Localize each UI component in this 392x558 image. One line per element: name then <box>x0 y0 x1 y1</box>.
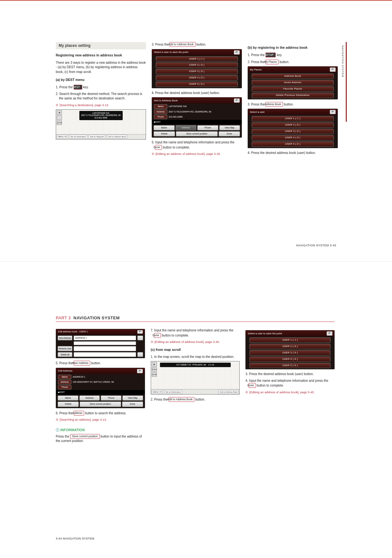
map-btn-waypoint[interactable]: Add as Waypoint <box>89 135 105 139</box>
key-done[interactable]: Done <box>249 383 256 388</box>
device-select-user-b: Select a user↶ USER 1 ( 1 ) USER 2 ( 0 )… <box>248 109 338 148</box>
map-btn-setdest[interactable]: Set as Destination <box>164 390 182 394</box>
key-done[interactable]: Done <box>154 333 161 338</box>
user-row[interactable]: USER 4 ( 0 ) <box>252 135 334 141</box>
btn-store[interactable]: Store current position <box>176 131 218 136</box>
btn-done[interactable]: Done <box>219 131 240 136</box>
key-store-current[interactable]: Store current position <box>70 434 100 439</box>
user-row[interactable]: USER 5 ( 0 ) <box>250 363 330 368</box>
scroll-up-icon[interactable] <box>137 336 143 340</box>
key-addressbook[interactable]: Address Book <box>265 102 283 107</box>
xref-edit-address: [Editing an address of address book], pa… <box>151 340 240 344</box>
part-heading: PART 3 NAVIGATION SYSTEM <box>56 315 335 320</box>
map-bottom-buttons: MENU Off Set as Destination Add as Waypo… <box>56 134 146 139</box>
mp-item[interactable]: Home Address <box>252 80 334 85</box>
mp-item[interactable]: Delete Previous Destination <box>252 93 334 98</box>
back-icon[interactable]: ↶ <box>137 330 143 334</box>
mp-item[interactable]: Favorite Places <box>252 86 334 92</box>
map-screenshot: ◉12:20 LAFONTAINE KIA 2027 S TELEGRAPH R… <box>56 109 146 140</box>
key-address[interactable]: Address <box>74 411 84 416</box>
compass-icon: ◉ <box>57 110 62 115</box>
back-icon[interactable]: ↶ <box>234 98 240 103</box>
btn-phone[interactable]: Phone <box>101 395 121 401</box>
page-2: PART 3 NAVIGATION SYSTEM Edit address bo… <box>0 293 392 554</box>
key-dest[interactable]: DEST <box>74 85 82 90</box>
step-c2: 2. Press the Add to Address Book button. <box>151 397 240 402</box>
device-edit-addressbook: Edit address book - USER 1↶ New AddressA… <box>56 329 145 358</box>
col-3: (b) by registering in the address book 1… <box>248 42 338 157</box>
subhead-b: (b) by registering in the address book <box>248 45 338 50</box>
step-b3: 3. Press the Address Book button. <box>248 102 338 107</box>
btn-address[interactable]: Address <box>176 125 197 130</box>
map-btn-addbook[interactable]: Add to Address Book <box>218 390 239 394</box>
step-b4: 4. Press the desired address book (user)… <box>248 151 338 156</box>
map-bubble: LAFONTAINE KIA 2027 S TELEGRAPH RD, DEAR… <box>79 111 122 120</box>
btn-delete-all[interactable]: Delete all <box>58 352 72 357</box>
user-row[interactable]: USER 3 ( 0 ) <box>252 129 334 134</box>
step-c3: 3. Press the desired address book (user)… <box>245 372 335 377</box>
xref-search-dest: [Searching a destination], page 3-13. <box>56 103 146 107</box>
step-6: 6. Press the Address button to search th… <box>56 411 145 416</box>
back-icon[interactable]: ↶ <box>330 68 336 72</box>
mp-item[interactable]: Address Book <box>252 74 334 79</box>
page-1: NAVIGATION SYSTEM My places setting Regi… <box>0 0 392 261</box>
p2-col-2: 7. Input the name and telephone informat… <box>151 328 240 446</box>
user-row[interactable]: USER 3 ( 0 ) <box>250 350 330 356</box>
section-title: My places setting <box>56 42 146 49</box>
p2-col-1: Edit address book - USER 1↶ New AddressA… <box>56 328 145 446</box>
user-row[interactable]: USER 4 ( 0 ) <box>250 357 330 362</box>
user-row[interactable]: USER 4 ( 0 ) <box>156 75 238 81</box>
step-b2: 2. Press the My Places button. <box>248 60 338 65</box>
page-footer: NAVIGATION SYSTEM 3-43 <box>296 244 336 247</box>
key-new-address[interactable]: New Address <box>74 361 90 366</box>
user-row[interactable]: USER 2 ( 0 ) <box>250 344 330 349</box>
btn-name[interactable]: Name <box>58 395 78 401</box>
btn-rename-user[interactable]: Rename User <box>58 346 72 351</box>
compass-icon: ◉ <box>152 362 157 366</box>
back-icon[interactable]: ↶ <box>327 331 332 336</box>
btn-name[interactable]: Name <box>154 125 175 130</box>
btn-viewmap[interactable]: View Map <box>122 395 143 401</box>
map-btn-setdest[interactable]: Set as Destination <box>69 135 87 139</box>
key-done[interactable]: Done <box>155 145 162 150</box>
key-setup[interactable]: SETUP <box>265 53 276 57</box>
btn-viewmap[interactable]: View Map <box>219 125 240 130</box>
btn-new-address[interactable]: New Address <box>58 336 72 340</box>
map-screenshot-2: ◉0.5mi12:20 517 EMMET ST, YPSILANTI, MI … <box>151 361 240 395</box>
key-add-addressbook[interactable]: Add to Address Book <box>169 397 194 402</box>
user-row[interactable]: USER 1 ( 1 ) <box>252 116 334 121</box>
btn-phone[interactable]: Phone <box>197 125 218 130</box>
user-row[interactable]: USER 3 ( 0 ) <box>156 69 238 74</box>
user-row[interactable]: USER 2 ( 0 ) <box>156 62 238 68</box>
col-2: 3. Press the Add to Address Book button.… <box>152 42 242 157</box>
scroll-down-icon[interactable] <box>137 352 143 357</box>
user-row[interactable]: USER 5 ( 0 ) <box>156 82 238 87</box>
device-edit-address: Edit Address↶ NameADDRESS 1 Address139 S… <box>56 368 145 408</box>
information-text: Press the Store current position button … <box>56 434 145 444</box>
key-add-addressbook[interactable]: Add to Address Book <box>170 42 195 47</box>
user-row[interactable]: USER 1 ( 1 ) <box>156 56 238 62</box>
back-icon[interactable]: ↶ <box>137 369 143 373</box>
side-tab: NAVIGATION SYSTEM <box>341 42 347 122</box>
subhead-c: (c) from map scroll <box>151 347 240 352</box>
btn-done[interactable]: Done <box>122 402 143 407</box>
user-row[interactable]: USER 1 ( 1 ) <box>250 337 330 343</box>
user-row[interactable]: USER 2 ( 0 ) <box>252 122 334 128</box>
btn-store[interactable]: Store current position <box>80 402 121 407</box>
map-btn-addbook[interactable]: Add to Address Book <box>107 135 127 139</box>
device-add-addressbook: Add to Address Book↶ NameLAFONTAINE KIA … <box>152 97 242 138</box>
time-icon: 12:20 <box>57 120 62 125</box>
btn-address[interactable]: Address <box>79 395 100 401</box>
back-icon[interactable]: ↶ <box>234 50 240 54</box>
map-btn-menu[interactable]: MENU Off <box>57 135 68 139</box>
step-7: 7. Input the name and telephone informat… <box>151 328 240 338</box>
information-heading: INFORMATION <box>56 428 145 433</box>
subhead-a: (a) by DEST menu <box>56 77 146 82</box>
btn-delete[interactable]: Delete <box>154 131 175 136</box>
step-5: 5. Input the name and telephone informat… <box>152 140 242 150</box>
key-myplaces[interactable]: My Places <box>265 60 279 64</box>
back-icon[interactable]: ↶ <box>330 110 336 114</box>
btn-delete[interactable]: Delete <box>58 402 79 407</box>
map-btn-menu[interactable]: MENU Off <box>152 390 163 394</box>
user-row[interactable]: USER 5 ( 0 ) <box>252 141 334 147</box>
